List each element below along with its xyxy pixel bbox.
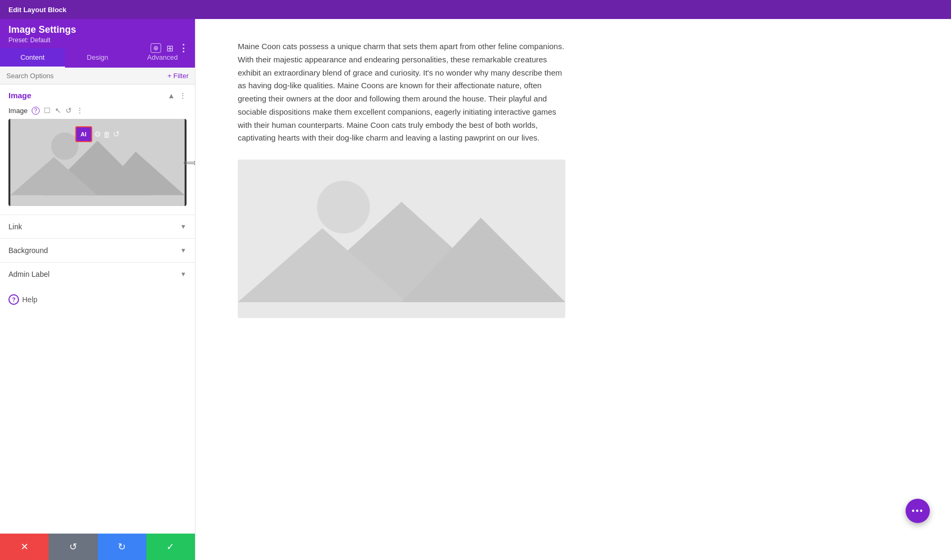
help-section: ? Help <box>0 286 195 313</box>
article-text: Maine Coon cats possess a unique charm t… <box>238 40 565 145</box>
sidebar-main: Image ▲ ⋮ Image ? ☐ ↖ ↺ ⋮ <box>0 85 195 534</box>
redo-button[interactable]: ↻ <box>98 534 146 560</box>
collapse-icon[interactable]: ▲ <box>167 91 175 100</box>
tab-design[interactable]: Design <box>65 48 130 68</box>
background-section: Background ▼ <box>0 238 195 262</box>
background-section-header[interactable]: Background ▼ <box>0 239 195 262</box>
main-content: Maine Coon cats possess a unique charm t… <box>195 19 951 560</box>
search-input[interactable] <box>6 72 167 80</box>
link-section: Link ▼ <box>0 214 195 238</box>
ai-generate-button[interactable]: AI <box>75 126 92 142</box>
large-placeholder-svg <box>238 160 565 318</box>
help-circle-icon: ? <box>8 294 19 305</box>
link-chevron-icon: ▼ <box>180 223 187 230</box>
sidebar-header: Image Settings Preset: Default ⊕ ⊞ ⋮ <box>0 19 195 48</box>
image-preview-wrapper: AI ⚙ 🗑 ↺ ⟺ <box>8 119 187 206</box>
large-image-placeholder <box>238 160 565 318</box>
undo-button[interactable]: ↺ <box>49 534 97 560</box>
link-label: Link <box>8 222 22 231</box>
focus-icon[interactable]: ⊕ <box>151 43 161 53</box>
help-icon-small[interactable]: ? <box>32 107 40 115</box>
cursor-icon[interactable]: ↖ <box>55 106 61 115</box>
more-icon-small[interactable]: ⋮ <box>76 106 83 115</box>
columns-icon[interactable]: ⊞ <box>166 43 173 53</box>
svg-point-9 <box>317 181 370 234</box>
link-section-header[interactable]: Link ▼ <box>0 215 195 238</box>
bottom-bar: ✕ ↺ ↻ ✓ <box>0 534 195 560</box>
admin-label-section: Admin Label ▼ <box>0 262 195 286</box>
ai-overlay: AI ⚙ 🗑 ↺ <box>75 126 120 142</box>
image-control-bar: Image ? ☐ ↖ ↺ ⋮ <box>0 104 195 119</box>
background-label: Background <box>8 246 48 255</box>
top-bar: Edit Layout Block <box>0 0 951 19</box>
undo-small-icon[interactable]: ↺ <box>66 106 72 115</box>
sidebar-header-icons: ⊕ ⊞ ⋮ <box>151 42 189 54</box>
device-icon[interactable]: ☐ <box>44 106 51 115</box>
help-text[interactable]: Help <box>22 295 38 304</box>
more-options-icon[interactable]: ⋮ <box>179 42 189 54</box>
sidebar: Image Settings Preset: Default ⊕ ⊞ ⋮ Con… <box>0 19 195 560</box>
background-chevron-icon: ▼ <box>180 247 187 254</box>
admin-label-chevron-icon: ▼ <box>180 270 187 278</box>
image-label: Image <box>8 107 27 115</box>
section-more-icon[interactable]: ⋮ <box>179 91 187 100</box>
fab-icon: ••• <box>912 506 924 516</box>
cancel-button[interactable]: ✕ <box>0 534 49 560</box>
admin-label-label: Admin Label <box>8 270 50 278</box>
fab-button[interactable]: ••• <box>906 499 930 523</box>
tab-content[interactable]: Content <box>0 48 65 68</box>
image-preview[interactable]: AI ⚙ 🗑 ↺ <box>8 119 187 206</box>
resize-handle[interactable]: ⟺ <box>183 157 195 169</box>
overlay-delete-icon[interactable]: 🗑 <box>103 130 111 139</box>
section-actions: ▲ ⋮ <box>167 91 187 100</box>
overlay-tool-icon[interactable]: ⚙ <box>94 129 101 139</box>
svg-point-4 <box>51 133 79 160</box>
search-bar: + Filter <box>0 68 195 85</box>
image-section-header: Image ▲ ⋮ <box>0 85 195 104</box>
filter-button[interactable]: + Filter <box>167 72 189 80</box>
save-button[interactable]: ✓ <box>146 534 195 560</box>
admin-label-section-header[interactable]: Admin Label ▼ <box>0 263 195 286</box>
main-layout: Image Settings Preset: Default ⊕ ⊞ ⋮ Con… <box>0 19 951 560</box>
sidebar-title: Image Settings <box>8 24 187 35</box>
top-bar-title: Edit Layout Block <box>8 6 67 14</box>
overlay-reset-icon[interactable]: ↺ <box>113 129 120 139</box>
image-section-title: Image <box>8 91 31 100</box>
